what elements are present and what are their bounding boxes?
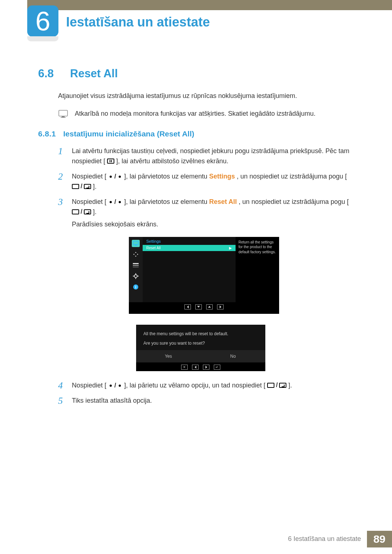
svg-rect-7 [133, 267, 139, 267]
subsection-number: 6.8.1 [38, 130, 56, 138]
osd-screenshots: i Settings Reset All ▶ Return all the se… [71, 237, 289, 371]
svg-point-8 [134, 275, 137, 278]
note: Atkarībā no modeļa monitora funkcijas va… [58, 109, 367, 119]
nav-close-icon: ✕ [181, 365, 188, 370]
dialog-buttons: Yes No [136, 350, 265, 362]
nav-left-icon [192, 365, 199, 370]
text: Parādīsies sekojošais ekrāns. [72, 221, 158, 228]
subsection-heading: 6.8.1 Iestatījumu inicializēšana (Reset … [38, 130, 367, 138]
footer: 6 Iestatīšana un atiestate 89 [282, 531, 392, 547]
svg-rect-4 [135, 245, 137, 246]
osd-menu-row-resetall: Reset All ▶ [143, 245, 236, 251]
osd-menu-title: Settings [143, 237, 236, 245]
dot-icon [119, 201, 121, 203]
step-body: Lai atvērtu funkcijas taustiņu ceļvedi, … [72, 146, 367, 167]
step-number: 2 [58, 172, 65, 192]
step-number: 1 [58, 146, 65, 167]
osd-sidebar: i [129, 237, 143, 302]
nav-right-icon [217, 304, 224, 309]
tab-shadow [27, 36, 58, 41]
text: Nospiediet [ [72, 382, 106, 389]
text: Nospiediet [ [72, 198, 106, 205]
dot-icon [110, 201, 112, 203]
step-5: 5 Tiks iestatīta atlasītā opcija. [58, 396, 367, 406]
osd-nav-row [129, 302, 279, 311]
svg-rect-3 [133, 241, 138, 245]
source-enter-icon: / [72, 181, 91, 192]
text: Nospiediet [ [72, 173, 106, 180]
step-number: 4 [58, 381, 65, 391]
list-icon [132, 262, 140, 269]
osd-confirm-dialog: All the menu settings will be reset to d… [136, 325, 265, 371]
step-number: 3 [58, 197, 65, 230]
step-body: Nospiediet [ / ], lai pārvietotos uz ele… [72, 172, 367, 192]
step-number: 5 [58, 396, 65, 406]
text: ], lai pārvietotos uz elementu [124, 198, 209, 205]
text: , un nospiediet uz izstrādājuma pogu [ [237, 173, 347, 180]
monitor-icon [132, 240, 140, 247]
topbar [27, 0, 392, 10]
text: ], lai pārietu uz vēlamo opciju, un tad … [124, 382, 265, 389]
dialog-line2: Are you sure you want to reset? [143, 340, 258, 346]
nav-left-icon [184, 304, 191, 309]
text: ], lai pārvietotos uz elementu [124, 173, 209, 180]
chevron-right-icon: ▶ [229, 246, 232, 250]
info-icon: i [132, 283, 140, 291]
osd-settings-panel: i Settings Reset All ▶ Return all the se… [129, 237, 279, 314]
nav-up-icon [206, 304, 213, 309]
step-3: 3 Nospiediet [ / ], lai pārvietotos uz e… [58, 197, 367, 230]
svg-rect-0 [59, 110, 68, 116]
osd-nav-row: ✕ ↵ [136, 362, 265, 371]
nav-down-icon [195, 304, 202, 309]
text: ]. [93, 208, 97, 216]
chapter-title: Iestatīšana un atiestate [66, 15, 210, 30]
page-number: 89 [367, 531, 392, 547]
step-body: Nospiediet [ / ], lai pārvietotos uz ele… [72, 197, 367, 230]
note-text: Atkarībā no modeļa monitora funkcijas va… [75, 109, 315, 119]
chapter-number: 6 [35, 6, 50, 37]
section-heading: 6.8 Reset All [38, 67, 367, 80]
text: ]. [288, 382, 292, 389]
nav-right-icon [203, 365, 209, 370]
svg-rect-6 [133, 265, 139, 266]
note-icon [58, 109, 68, 119]
step-1: 1 Lai atvērtu funkcijas taustiņu ceļvedi… [58, 146, 367, 167]
dot-icon [119, 176, 121, 178]
dot-icon [119, 385, 121, 387]
svg-rect-2 [61, 117, 66, 118]
svg-rect-5 [133, 263, 139, 264]
step-body: Tiks iestatīta atlasītā opcija. [72, 396, 367, 406]
highlight-resetall: Reset All [209, 198, 237, 205]
dot-icon [110, 176, 112, 178]
highlight-settings: Settings [209, 173, 235, 180]
step-body: Nospiediet [ / ], lai pārietu uz vēlamo … [72, 381, 367, 391]
menu-icon [107, 159, 114, 164]
source-enter-icon: / [267, 380, 286, 390]
dot-icon [110, 385, 112, 387]
section-number: 6.8 [38, 67, 60, 80]
dialog-line1: All the menu settings will be reset to d… [143, 331, 258, 337]
dialog-yes-button: Yes [136, 350, 201, 362]
dialog-no-button: No [201, 350, 265, 362]
move-icon [132, 251, 140, 258]
section-title: Reset All [70, 67, 118, 80]
subsection-title: Iestatījumu inicializēšana (Reset All) [63, 130, 194, 138]
step-2: 2 Nospiediet [ / ], lai pārvietotos uz e… [58, 172, 367, 192]
osd-menu-column: Settings Reset All ▶ [143, 237, 236, 302]
nav-enter-icon: ↵ [214, 365, 220, 370]
gear-icon [132, 272, 140, 280]
svg-text:i: i [135, 285, 136, 289]
text: ], lai atvērtu atbilstošo izvēlnes ekrān… [116, 157, 228, 165]
svg-rect-1 [62, 116, 65, 117]
content: 6.8 Reset All Atjaunojiet visus izstrādā… [38, 67, 367, 411]
text: , un nospiediet uz izstrādājuma pogu [ [239, 198, 349, 205]
osd-row-label: Reset All [146, 246, 160, 250]
section-intro: Atjaunojiet visus izstrādājuma iestatīju… [58, 91, 367, 101]
osd-description: Return all the settings for the product … [236, 237, 279, 302]
footer-text: 6 Iestatīšana un atiestate [282, 531, 367, 547]
text: ]. [93, 183, 97, 190]
step-4: 4 Nospiediet [ / ], lai pārietu uz vēlam… [58, 381, 367, 391]
source-enter-icon: / [72, 207, 91, 217]
chapter-number-tab: 6 [27, 5, 58, 37]
